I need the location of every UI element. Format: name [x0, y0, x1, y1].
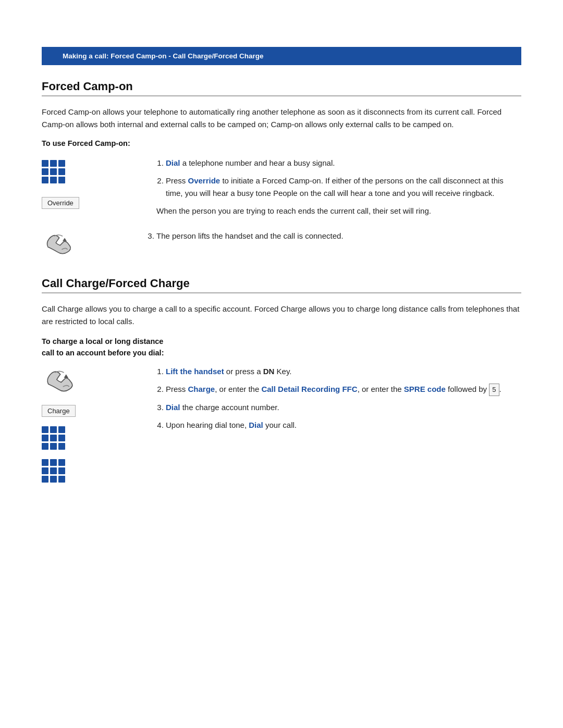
section2-instructions: Charge — [42, 365, 521, 483]
section1-description: Forced Camp-on allows your telephone to … — [42, 106, 521, 131]
svg-marker-0 — [63, 238, 67, 241]
section1-right-col: Dial a telephone number and hear a busy … — [146, 157, 521, 225]
keypad-icon-3 — [42, 459, 65, 483]
section2-step2: Press Charge, or enter the Call Detail R… — [166, 383, 521, 397]
section1-step3-row: The person lifts the handset and the cal… — [42, 230, 521, 256]
section1-when-text: When the person you are trying to reach … — [156, 205, 521, 217]
content-area: Forced Camp-on Forced Camp-on allows you… — [0, 80, 563, 509]
section1-left-col: Override — [42, 157, 146, 225]
section2-step3: Dial the charge account number. — [166, 401, 521, 414]
header-bar-text: Making a call: Forced Camp-on - Call Cha… — [63, 52, 264, 60]
section2-usage-label: To charge a local or long distance call … — [42, 336, 521, 359]
override-button[interactable]: Override — [42, 197, 79, 209]
step3-dial-word: Dial — [166, 403, 180, 412]
section1-step3-right: The person lifts the handset and the cal… — [146, 230, 521, 256]
section1-step2: Press Override to initiate a Forced Camp… — [166, 175, 521, 200]
step2-spre-word: SPRE code — [404, 385, 446, 393]
section1-step1: Dial a telephone number and hear a busy … — [166, 157, 521, 169]
section2-step1: Lift the handset or press a DN Key. — [166, 365, 521, 378]
section-call-charge: Call Charge/Forced Charge Call Charge al… — [42, 277, 521, 483]
step2-cdr-word: Call Detail Recording FFC — [261, 385, 357, 393]
section1-title: Forced Camp-on — [42, 80, 521, 96]
section2-step4: Upon hearing dial tone, Dial your call. — [166, 419, 521, 431]
section2-right-col: Lift the handset or press a DN Key. Pres… — [146, 365, 521, 483]
keypad-icon-2 — [42, 426, 65, 450]
step1-lift-handset: Lift the handset — [166, 367, 224, 376]
header-bar: Making a call: Forced Camp-on - Call Cha… — [42, 47, 521, 65]
handset-icon-2 — [42, 365, 86, 396]
section2-left-col: Charge — [42, 365, 146, 483]
section1-step3-left — [42, 230, 146, 256]
key-5: 5 — [489, 384, 499, 397]
section1-step3-text: The person lifts the handset and the cal… — [156, 230, 521, 242]
section2-title: Call Charge/Forced Charge — [42, 277, 521, 293]
section-forced-camp-on: Forced Camp-on Forced Camp-on allows you… — [42, 80, 521, 256]
section2-description: Call Charge allows you to charge a call … — [42, 303, 521, 328]
step1-dial-word: Dial — [166, 158, 180, 167]
section1-usage-label: To use Forced Camp-on: — [42, 139, 521, 147]
handset-icon-1 — [42, 230, 83, 256]
keypad-icon-1 — [42, 160, 65, 183]
page: Making a call: Forced Camp-on - Call Cha… — [0, 47, 563, 728]
section1-instructions: Override Dial a telephone number and hea… — [42, 157, 521, 225]
charge-button[interactable]: Charge — [42, 405, 76, 417]
step2-charge-word: Charge — [188, 385, 215, 393]
step4-dial-word: Dial — [249, 421, 263, 429]
step2-override-word: Override — [188, 176, 221, 185]
svg-marker-1 — [64, 374, 69, 378]
